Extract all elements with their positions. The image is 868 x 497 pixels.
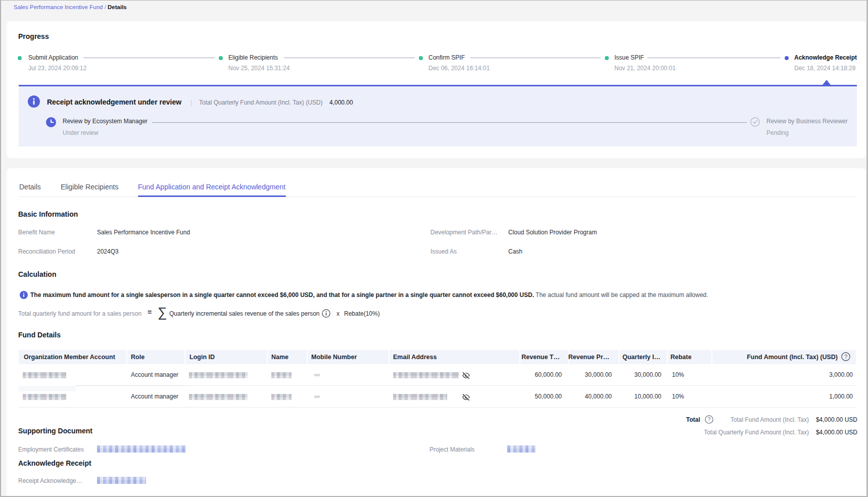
svg-text:?: ? [844, 354, 847, 360]
svg-text:?: ? [708, 416, 711, 422]
